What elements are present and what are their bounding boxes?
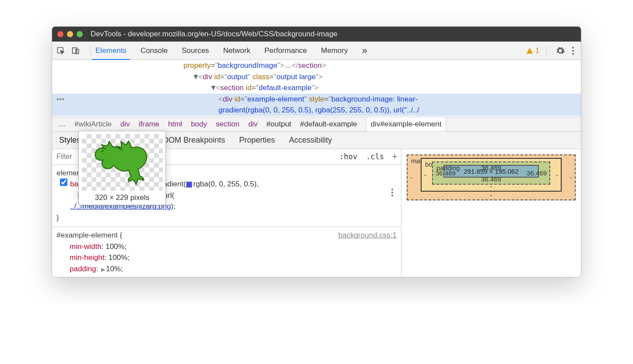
- svg-point-3: [101, 150, 103, 153]
- tab-console[interactable]: Console: [141, 42, 168, 60]
- tab-network[interactable]: Network: [223, 42, 250, 60]
- crumb-output[interactable]: #output: [267, 120, 292, 129]
- cls-toggle[interactable]: .cls: [362, 152, 388, 161]
- crumb-section[interactable]: section: [216, 120, 239, 129]
- prop-toggle[interactable]: [60, 178, 67, 186]
- subtab-dombp[interactable]: DOM Breakpoints: [163, 136, 225, 145]
- rule-overflow-icon[interactable]: [389, 189, 396, 196]
- crumb-wiki[interactable]: #wikiArticle: [74, 120, 112, 129]
- close-icon[interactable]: [57, 31, 63, 37]
- crumb-selected[interactable]: div#example-element: [366, 117, 447, 131]
- rule-example-element[interactable]: background.css:1 #example-element { min-…: [52, 227, 401, 277]
- crumb-html[interactable]: html: [168, 120, 182, 129]
- window-title: DevTools - developer.mozilla.org/en-US/d…: [91, 30, 338, 38]
- crumb-body[interactable]: body: [191, 120, 207, 129]
- breadcrumb-more[interactable]: …: [58, 120, 66, 129]
- breadcrumb: … #wikiArticle div iframe html body sect…: [52, 117, 581, 132]
- warning-count: 1: [535, 47, 539, 55]
- color-swatch-icon[interactable]: [186, 182, 192, 188]
- traffic-lights: [57, 31, 83, 37]
- box-padding[interactable]: padding 36.469 36.469 36.469 36.469 291.…: [432, 161, 550, 185]
- crumb-iframe[interactable]: iframe: [139, 120, 159, 129]
- tab-memory[interactable]: Memory: [321, 42, 348, 60]
- minimize-icon[interactable]: [67, 31, 73, 37]
- window-titlebar: DevTools - developer.mozilla.org/en-US/d…: [52, 27, 581, 42]
- svg-rect-1: [73, 48, 77, 53]
- tab-elements[interactable]: Elements: [95, 42, 127, 60]
- zoom-icon[interactable]: [77, 31, 83, 37]
- box-margin[interactable]: margin - - - - border - - - - padding 36…: [407, 154, 576, 200]
- crumb-default[interactable]: #default-example: [300, 120, 357, 129]
- crumb-div1[interactable]: div: [120, 120, 130, 129]
- overflow-menu-icon[interactable]: [570, 47, 577, 55]
- panel-tabs: Elements Console Sources Network Perform…: [95, 42, 372, 60]
- warning-badge[interactable]: 1: [526, 47, 539, 55]
- device-icon[interactable]: [71, 46, 80, 55]
- gear-icon[interactable]: [556, 46, 565, 56]
- rule-source-link[interactable]: background.css:1: [338, 230, 397, 241]
- hov-toggle[interactable]: :hov: [335, 152, 362, 161]
- image-preview-popover: 320 × 229 pixels: [78, 131, 166, 205]
- crumb-div2[interactable]: div: [248, 120, 258, 129]
- tab-performance[interactable]: Performance: [264, 42, 307, 60]
- subtab-props[interactable]: Properties: [239, 136, 275, 145]
- tab-sources[interactable]: Sources: [182, 42, 209, 60]
- box-model-pane: margin - - - - border - - - - padding 36…: [401, 149, 581, 277]
- more-tabs-icon[interactable]: »: [362, 45, 367, 56]
- inspect-icon[interactable]: [56, 46, 65, 55]
- new-rule-icon[interactable]: +: [388, 151, 401, 162]
- main-toolbar: Elements Console Sources Network Perform…: [52, 42, 581, 60]
- subtab-a11y[interactable]: Accessibility: [289, 136, 332, 145]
- dom-tree[interactable]: property="backgroundImage">…</section> ▼…: [52, 60, 581, 117]
- devtools-window: DevTools - developer.mozilla.org/en-US/d…: [52, 26, 581, 277]
- image-dimensions: 320 × 229 pixels: [81, 193, 163, 202]
- box-border[interactable]: border - - - - padding 36.469 36.469 36.…: [421, 158, 562, 192]
- lizard-preview-icon: [82, 134, 163, 191]
- subtab-styles[interactable]: Styles: [59, 136, 81, 145]
